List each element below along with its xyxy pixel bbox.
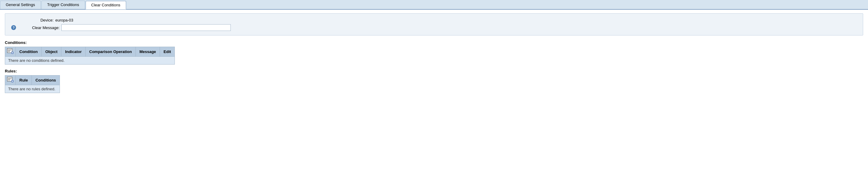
device-row: Device: europa-03 bbox=[11, 18, 857, 22]
clear-message-row: ? Clear Message: bbox=[11, 24, 857, 31]
tab-clear-conditions[interactable]: Clear Conditions bbox=[86, 1, 126, 9]
conditions-no-items-row: There are no conditions defined. bbox=[5, 57, 175, 64]
conditions-header: Conditions: bbox=[5, 40, 863, 45]
rules-table: Rule Conditions There are no rules defin… bbox=[5, 75, 60, 93]
clear-message-label: Clear Message: bbox=[17, 25, 60, 30]
conditions-no-items-text: There are no conditions defined. bbox=[5, 57, 175, 64]
main-content: Device: europa-03 ? Clear Message: Condi… bbox=[0, 10, 868, 97]
device-label: Device: bbox=[11, 18, 54, 22]
conditions-table: Condition Object Indicator Comparison Op… bbox=[5, 47, 175, 64]
col-rule: Rule bbox=[16, 76, 32, 85]
col-edit: Edit bbox=[160, 47, 175, 57]
col-conditions: Conditions bbox=[32, 76, 60, 85]
conditions-add-icon[interactable] bbox=[7, 48, 13, 54]
col-indicator: Indicator bbox=[61, 47, 86, 57]
conditions-add-icon-cell[interactable] bbox=[5, 47, 16, 57]
rules-no-items-text: There are no rules defined. bbox=[5, 85, 60, 93]
info-box: Device: europa-03 ? Clear Message: bbox=[5, 14, 863, 35]
clear-message-input[interactable] bbox=[61, 24, 231, 31]
col-object: Object bbox=[41, 47, 61, 57]
rules-add-icon-cell[interactable] bbox=[5, 76, 16, 85]
col-comparison-operation: Comparison Operation bbox=[86, 47, 136, 57]
device-value: europa-03 bbox=[55, 18, 73, 22]
col-condition: Condition bbox=[16, 47, 42, 57]
tabs-bar: General Settings Trigger Conditions Clea… bbox=[0, 0, 868, 10]
rules-header: Rules: bbox=[5, 69, 863, 73]
rules-add-icon[interactable] bbox=[7, 77, 13, 83]
col-message: Message bbox=[135, 47, 160, 57]
tab-general-settings[interactable]: General Settings bbox=[0, 1, 41, 9]
tab-trigger-conditions[interactable]: Trigger Conditions bbox=[41, 1, 85, 9]
help-icon[interactable]: ? bbox=[11, 25, 16, 30]
rules-no-items-row: There are no rules defined. bbox=[5, 85, 60, 93]
